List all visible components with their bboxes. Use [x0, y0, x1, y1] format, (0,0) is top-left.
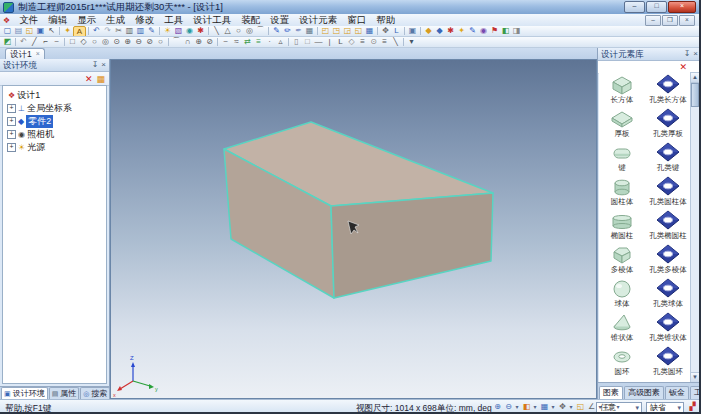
document-tab-design1[interactable]: 设计1 × [5, 48, 45, 59]
tool-probe-icon[interactable]: ◉ [478, 26, 489, 36]
active-text-tool-icon[interactable]: A [73, 26, 86, 37]
menu-item-window[interactable]: 窗口 [342, 14, 371, 25]
point-tool-icon[interactable]: · [264, 37, 275, 47]
scroll-down-icon[interactable]: ▼ [691, 372, 699, 382]
library-item-ellipcyl-solid[interactable]: 椭圆柱 [599, 210, 645, 244]
tool-lock-icon[interactable]: ◆ [434, 26, 445, 36]
offset-icon[interactable]: ≡ [253, 37, 264, 47]
feature-lib2-icon[interactable]: ◳ [331, 26, 342, 36]
chevron-down-icon[interactable]: ▾ [550, 402, 556, 412]
tree-item-camera[interactable]: +◉照相机 [3, 128, 106, 141]
library-delete-icon[interactable]: ✕ [679, 62, 687, 72]
diamond-tool-icon[interactable]: ◇ [78, 37, 89, 47]
copy-icon[interactable]: ▥ [124, 26, 135, 36]
render-icon[interactable]: ☀ [162, 26, 173, 36]
new-design-icon[interactable]: ▢ [2, 26, 13, 36]
tool-sheet-icon[interactable]: ◨ [511, 26, 522, 36]
angle-display-icon[interactable]: ∠ [586, 402, 597, 412]
circle-tool-icon[interactable]: ○ [233, 26, 244, 36]
cut-icon[interactable]: ✂ [113, 26, 124, 36]
dim-diamond-icon[interactable]: ◇ [346, 37, 357, 47]
save-view-icon[interactable]: ▣ [407, 26, 418, 36]
menu-item-file[interactable]: 文件 [14, 14, 43, 25]
tool-folder-icon[interactable]: ◆ [423, 26, 434, 36]
menu-item-generate[interactable]: 生成 [101, 14, 130, 25]
dim-vertical-icon[interactable]: | [324, 37, 335, 47]
undo-icon[interactable]: ↶ [91, 26, 102, 36]
menu-item-display[interactable]: 显示 [72, 14, 101, 25]
polyline-tool-icon[interactable]: ⌐ [40, 37, 51, 47]
library-item-torus-hole[interactable]: 孔类圆环 [645, 346, 691, 380]
library-item-prism-solid[interactable]: 多棱体 [599, 244, 645, 278]
tool-pen-icon[interactable]: ✎ [467, 26, 478, 36]
library-close-icon[interactable]: × [693, 48, 698, 60]
line2-tool-icon[interactable]: ╱ [29, 37, 40, 47]
delete-icon[interactable]: ✕ [85, 74, 93, 84]
panel-tab-design-environment[interactable]: ▣设计环境 [1, 387, 48, 399]
child-restore-button[interactable]: ❐ [662, 15, 678, 26]
arc-tangent-icon[interactable]: ⊕ [193, 37, 204, 47]
library-item-sphere-solid[interactable]: 球体 [599, 278, 645, 312]
context-help-icon[interactable]: ↖ [46, 26, 57, 36]
mirror-icon[interactable]: ⇄ [242, 37, 253, 47]
edit-icon[interactable]: ✎ [146, 26, 157, 36]
close-button[interactable]: × [668, 1, 696, 13]
left-panel-close-icon[interactable]: × [101, 59, 106, 71]
sketch-pencil-icon[interactable]: ✏ [282, 26, 293, 36]
library-item-cone-hole[interactable]: 孔类锥状体 [645, 312, 691, 346]
menu-item-assembly[interactable]: 装配 [236, 14, 265, 25]
panel-tab-search[interactable]: ◎搜索 [80, 387, 110, 399]
scroll-thumb[interactable] [691, 83, 699, 107]
favorites-icon[interactable]: ✦ [62, 26, 73, 36]
child-close-button[interactable]: × [679, 15, 695, 26]
rect-tool-icon[interactable]: □ [67, 37, 78, 47]
curve-wave-icon[interactable]: ≈ [231, 37, 242, 47]
redo-icon[interactable]: ↷ [102, 26, 113, 36]
dim-stack-icon[interactable]: ≡ [357, 37, 368, 47]
arc-tool-icon[interactable]: ⌒ [255, 26, 266, 36]
model-box[interactable] [224, 122, 493, 298]
dim-horizontal-icon[interactable]: — [313, 37, 324, 47]
scroll-up-icon[interactable]: ▲ [691, 73, 699, 83]
chevron-down-icon[interactable]: ▾ [514, 402, 520, 412]
expand-icon[interactable]: + [7, 143, 16, 152]
dim-box-icon[interactable]: □ [302, 37, 313, 47]
sketch-ink-icon[interactable]: ✒ [293, 26, 304, 36]
circle-tangent-icon[interactable]: ⊕ [122, 37, 133, 47]
library-item-sphere-hole[interactable]: 孔类球体 [645, 278, 691, 312]
sketch-plane-icon[interactable]: ◩ [2, 37, 13, 47]
library-item-plate-hole[interactable]: 孔类厚板 [645, 108, 691, 142]
circle-diameter-icon[interactable]: ⊘ [144, 37, 155, 47]
paste-icon[interactable]: ▥ [135, 26, 146, 36]
ellipse-tool-icon[interactable]: ◎ [244, 26, 255, 36]
regen-icon[interactable]: ✱ [195, 26, 206, 36]
material-icon[interactable]: ▧ [173, 26, 184, 36]
panel-tab-properties[interactable]: ▤属性 [49, 387, 80, 399]
library-item-key-solid[interactable]: 键 [599, 142, 645, 176]
new-part-icon[interactable]: ▤ [13, 26, 24, 36]
tablet-icon[interactable]: ▦ [304, 26, 315, 36]
polygon-tool-icon[interactable]: △ [222, 26, 233, 36]
library-item-plate-solid[interactable]: 厚板 [599, 108, 645, 142]
menu-item-settings[interactable]: 设置 [265, 14, 294, 25]
tree-item-light-source[interactable]: +☀光源 [3, 141, 106, 154]
feature-lib4-icon[interactable]: ◱ [353, 26, 364, 36]
library-item-key-hole[interactable]: 孔类键 [645, 142, 691, 176]
tool-regen-icon[interactable]: ✱ [445, 26, 456, 36]
tool-box-icon[interactable]: ◧ [500, 26, 511, 36]
tool-flag-icon[interactable]: ⚑ [489, 26, 500, 36]
chevron-down-icon[interactable]: ▾ [615, 402, 621, 412]
library-tab-sheet-metal[interactable]: 钣金 [665, 386, 689, 399]
library-tab-advanced-primitives[interactable]: 高级图素 [624, 386, 664, 399]
chevron-down-icon[interactable]: ▾ [597, 402, 603, 412]
circle-3pt-icon[interactable]: ⊙ [111, 37, 122, 47]
child-minimize-button[interactable]: – [645, 15, 661, 26]
expand-icon[interactable]: + [7, 104, 16, 113]
feature-lib1-icon[interactable]: ◰ [320, 26, 331, 36]
chevron-down-icon[interactable]: ▾ [532, 402, 538, 412]
pin-icon[interactable]: ↧ [92, 59, 99, 71]
circle-2pt-icon[interactable]: ◎ [100, 37, 111, 47]
spline-tool-icon[interactable]: ~ [51, 37, 62, 47]
sketch-pen-icon[interactable]: ✎ [271, 26, 282, 36]
dim-circle-icon[interactable]: ⊙ [368, 37, 379, 47]
